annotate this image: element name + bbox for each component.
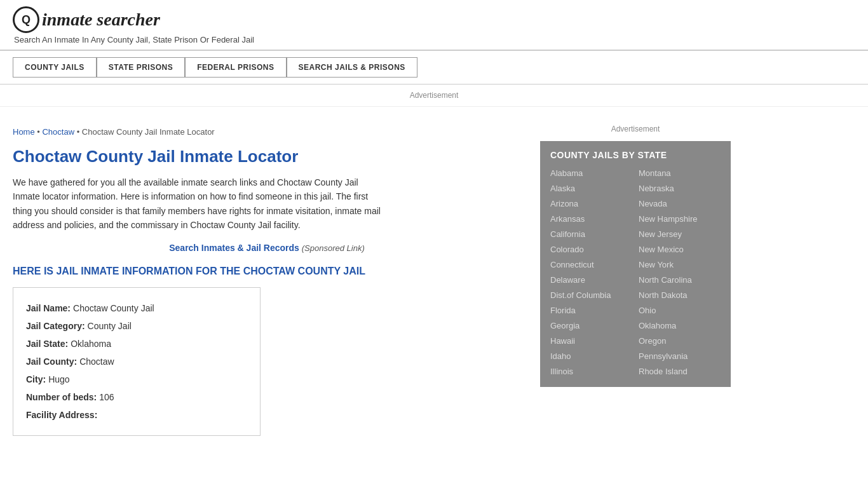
- field-value-city: Hugo: [48, 370, 69, 388]
- field-city: City: Hugo: [26, 370, 247, 388]
- info-box: Jail Name: Choctaw County Jail Jail Cate…: [13, 287, 261, 436]
- state-item[interactable]: Connecticut: [550, 258, 632, 271]
- state-item[interactable]: Nebraska: [639, 182, 721, 195]
- field-label-jail-category: Jail Category:: [26, 317, 85, 335]
- nav-buttons: COUNTY JAILS STATE PRISONS FEDERAL PRISO…: [13, 57, 855, 78]
- nav-search-jails[interactable]: SEARCH JAILS & PRISONS: [287, 57, 417, 78]
- page-title: Choctaw County Jail Inmate Locator: [13, 147, 521, 166]
- tagline: Search An Inmate In Any County Jail, Sta…: [14, 35, 855, 44]
- field-value-jail-category: County Jail: [88, 317, 132, 335]
- state-item[interactable]: Nevada: [639, 197, 721, 210]
- logo-text: inmate searcher: [42, 10, 160, 30]
- field-value-jail-state: Oklahoma: [71, 335, 111, 353]
- field-facility-address: Facility Address:: [26, 406, 247, 424]
- main-content: Home • Choctaw • Choctaw County Jail Inm…: [13, 113, 534, 449]
- nav-federal-prisons[interactable]: FEDERAL PRISONS: [185, 57, 286, 78]
- sidebar-ad: Advertisement: [540, 119, 731, 141]
- state-item[interactable]: Ohio: [639, 304, 721, 317]
- state-item[interactable]: North Carolina: [639, 273, 721, 287]
- state-item[interactable]: New York: [639, 258, 721, 271]
- field-jail-state: Jail State: Oklahoma: [26, 335, 247, 353]
- page-layout: Home • Choctaw • Choctaw County Jail Inm…: [0, 113, 868, 449]
- county-jails-title: COUNTY JAILS BY STATE: [550, 150, 721, 160]
- state-item[interactable]: New Mexico: [639, 243, 721, 256]
- page-description: We have gathered for you all the availab…: [13, 175, 388, 233]
- field-label-jail-state: Jail State:: [26, 335, 68, 353]
- breadcrumb-parent[interactable]: Choctaw: [42, 127, 74, 137]
- field-label-jail-name: Jail Name:: [26, 299, 71, 317]
- state-item[interactable]: Hawaii: [550, 334, 632, 348]
- field-label-beds: Number of beds:: [26, 388, 97, 406]
- field-jail-county: Jail County: Choctaw: [26, 353, 247, 370]
- state-item[interactable]: Illinois: [550, 365, 632, 378]
- sponsored-link[interactable]: Search Inmates & Jail Records: [169, 243, 299, 253]
- field-label-facility-address: Facility Address:: [26, 406, 97, 424]
- county-jails-box: COUNTY JAILS BY STATE AlabamaMontanaAlas…: [540, 141, 731, 387]
- state-item[interactable]: Pennsylvania: [639, 349, 721, 363]
- state-item[interactable]: Alaska: [550, 182, 632, 195]
- nav-bar: COUNTY JAILS STATE PRISONS FEDERAL PRISO…: [0, 51, 868, 85]
- nav-state-prisons[interactable]: STATE PRISONS: [97, 57, 185, 78]
- site-header: Q inmate searcher Search An Inmate In An…: [0, 0, 868, 51]
- ad-banner: Advertisement: [0, 85, 868, 107]
- state-item[interactable]: Arkansas: [550, 212, 632, 226]
- sponsored-link-area: Search Inmates & Jail Records (Sponsored…: [13, 243, 521, 253]
- state-item[interactable]: Alabama: [550, 166, 632, 180]
- logo-area: Q inmate searcher: [13, 6, 855, 33]
- nav-county-jails[interactable]: COUNTY JAILS: [13, 57, 97, 78]
- state-item[interactable]: Florida: [550, 304, 632, 317]
- state-item[interactable]: Delaware: [550, 273, 632, 287]
- state-item[interactable]: California: [550, 227, 632, 241]
- state-item[interactable]: Rhode Island: [639, 365, 721, 378]
- field-jail-name: Jail Name: Choctaw County Jail: [26, 299, 247, 317]
- field-label-city: City:: [26, 370, 46, 388]
- field-beds: Number of beds: 106: [26, 388, 247, 406]
- field-value-jail-name: Choctaw County Jail: [73, 299, 154, 317]
- state-item[interactable]: Montana: [639, 166, 721, 180]
- sponsored-suffix: (Sponsored Link): [302, 243, 365, 253]
- breadcrumb: Home • Choctaw • Choctaw County Jail Inm…: [13, 127, 521, 137]
- state-item[interactable]: Idaho: [550, 349, 632, 363]
- field-value-beds: 106: [99, 388, 114, 406]
- state-list: AlabamaMontanaAlaskaNebraskaArizonaNevad…: [550, 166, 721, 378]
- breadcrumb-current: Choctaw County Jail Inmate Locator: [82, 127, 215, 137]
- sidebar: Advertisement COUNTY JAILS BY STATE Alab…: [534, 113, 731, 449]
- state-item[interactable]: Arizona: [550, 197, 632, 210]
- breadcrumb-separator2: •: [77, 127, 82, 137]
- field-value-jail-county: Choctaw: [79, 353, 114, 370]
- state-item[interactable]: Dist.of Columbia: [550, 288, 632, 302]
- logo-icon: Q: [13, 6, 39, 33]
- state-item[interactable]: North Dakota: [639, 288, 721, 302]
- state-item[interactable]: Colorado: [550, 243, 632, 256]
- field-label-jail-county: Jail County:: [26, 353, 77, 370]
- state-item[interactable]: Georgia: [550, 319, 632, 332]
- breadcrumb-home[interactable]: Home: [13, 127, 35, 137]
- field-jail-category: Jail Category: County Jail: [26, 317, 247, 335]
- state-item[interactable]: Oregon: [639, 334, 721, 348]
- section-heading: HERE IS JAIL INMATE INFORMATION FOR THE …: [13, 266, 388, 277]
- state-item[interactable]: Oklahoma: [639, 319, 721, 332]
- state-item[interactable]: New Jersey: [639, 227, 721, 241]
- state-item[interactable]: New Hampshire: [639, 212, 721, 226]
